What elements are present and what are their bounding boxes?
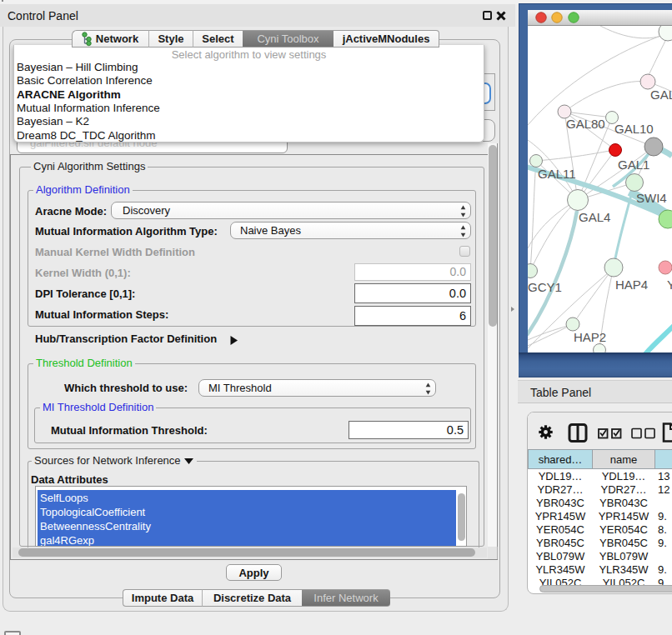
svg-text:GAL1: GAL1 <box>618 158 649 172</box>
svg-text:GAL4: GAL4 <box>579 210 610 224</box>
svg-text:GCY1: GCY1 <box>528 280 562 294</box>
svg-text:GAL80: GAL80 <box>566 117 605 131</box>
svg-text:SWI4: SWI4 <box>636 191 667 205</box>
svg-text:GAL7: GAL7 <box>650 88 672 102</box>
svg-text:YJ: YJ <box>667 278 672 292</box>
svg-text:HAP2: HAP2 <box>574 330 606 344</box>
svg-text:GAL11: GAL11 <box>538 167 576 181</box>
svg-text:HAP4: HAP4 <box>615 278 648 292</box>
svg-text:GAL10: GAL10 <box>614 122 654 136</box>
